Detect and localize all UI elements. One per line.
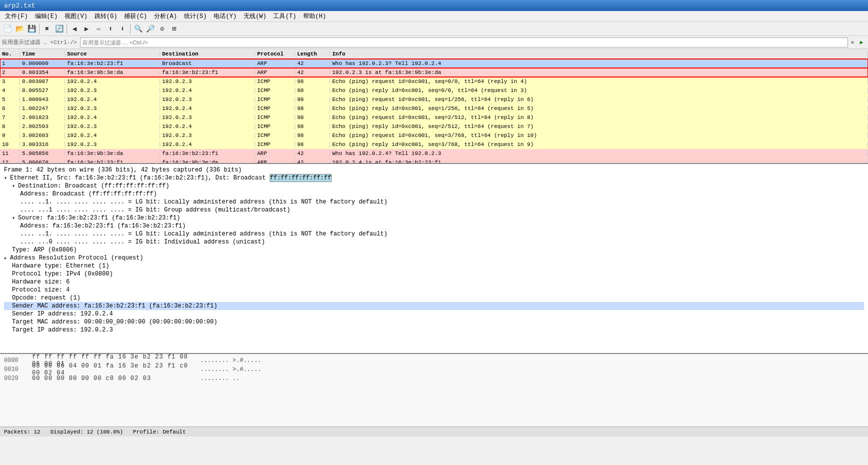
- menu-bar: 文件(F)编辑(E)视图(V)跳转(G)捕获(C)分析(A)统计(S)电话(Y)…: [0, 11, 868, 22]
- toolbar-resize[interactable]: ⊞: [169, 24, 180, 34]
- pkt-cell: 5.005856: [20, 150, 65, 156]
- toolbar-close[interactable]: ✖: [42, 24, 53, 34]
- toolbar-zoom-out[interactable]: 🔎: [145, 24, 156, 34]
- detail-line[interactable]: Ethernet II, Src: fa:16:3e:b2:23:f1 (fa:…: [4, 174, 864, 182]
- detail-line: Hardware type: Ethernet (1): [4, 262, 864, 270]
- table-row[interactable]: 51.000943192.0.2.4192.0.2.3ICMP98Echo (p…: [0, 95, 868, 104]
- detail-line: Protocol size: 4: [4, 286, 864, 294]
- menu-item[interactable]: 帮助(H): [300, 11, 329, 22]
- pkt-cell: 98: [295, 78, 330, 84]
- table-row[interactable]: 103.003316192.0.2.3192.0.2.4ICMP98Echo (…: [0, 140, 868, 149]
- toolbar-reload[interactable]: 🔄: [54, 24, 65, 34]
- hex-offset: 0010: [4, 366, 24, 373]
- menu-item[interactable]: 工具(T): [270, 11, 299, 22]
- pkt-cell: ICMP: [255, 132, 295, 138]
- pkt-info: Echo (ping) request id=0xc001, seq=2/512…: [330, 114, 868, 120]
- pkt-cell: 42: [295, 60, 330, 66]
- toolbar-save[interactable]: 💾: [26, 24, 37, 34]
- pkt-info: Who has 192.0.2.4? Tell 192.0.2.3: [330, 150, 868, 156]
- table-row[interactable]: 61.002247192.0.2.3192.0.2.4ICMP98Echo (p…: [0, 104, 868, 113]
- pkt-info: Echo (ping) request id=0xc001, seq=3/768…: [330, 132, 868, 138]
- table-row[interactable]: 30.003987192.0.2.4192.0.2.3ICMP98Echo (p…: [0, 77, 868, 86]
- menu-item[interactable]: 电话(Y): [211, 11, 240, 22]
- pkt-cell: 2.002593: [20, 124, 65, 130]
- toolbar-next[interactable]: ⬇: [117, 24, 128, 34]
- filter-input[interactable]: [80, 38, 848, 48]
- toolbar-forward[interactable]: ▶: [81, 24, 92, 34]
- pkt-cell: 192.0.2.4: [160, 88, 255, 94]
- pkt-cell: ICMP: [255, 78, 295, 84]
- toolbar-prev[interactable]: ⬆: [105, 24, 116, 34]
- pkt-cell: 0.000000: [20, 60, 65, 66]
- toolbar: 📄 📂 💾 ✖ 🔄 ◀ ▶ ⇨ ⬆ ⬇ 🔍 🔎 ⊙ ⊞: [0, 22, 868, 36]
- table-row[interactable]: 125.006678fa:16:3e:b2:23:f1fa:16:3e:9b:3…: [0, 158, 868, 164]
- toolbar-open[interactable]: 📂: [14, 24, 25, 34]
- menu-item[interactable]: 文件(F): [2, 11, 31, 22]
- toolbar-zoom-in[interactable]: 🔍: [133, 24, 144, 34]
- detail-line: .... ...1 .... .... .... .... = IG bit: …: [4, 206, 864, 214]
- pkt-cell: 6: [0, 106, 20, 112]
- menu-item[interactable]: 视图(V): [62, 11, 91, 22]
- detail-pane: Frame 1: 42 bytes on wire (336 bits), 42…: [0, 164, 868, 354]
- pkt-cell: 98: [295, 132, 330, 138]
- pkt-cell: 5: [0, 96, 20, 102]
- pkt-cell: 0.003354: [20, 70, 65, 76]
- toolbar-new[interactable]: 📄: [2, 24, 13, 34]
- pkt-cell: 11: [0, 150, 20, 156]
- pkt-cell: ARP: [255, 160, 295, 164]
- pkt-cell: 192.0.2.3: [160, 78, 255, 84]
- pkt-header-cell: Info: [330, 51, 868, 57]
- packet-rows: 10.000000fa:16:3e:b2:23:f1BroadcastARP42…: [0, 59, 868, 164]
- pkt-info: 192.0.2.4 is at fa:16:3e:b2:23:f1: [330, 160, 868, 164]
- pkt-info: Echo (ping) request id=0xc001, seq=1/256…: [330, 96, 868, 102]
- pkt-cell: fa:16:3e:9b:3e:da: [160, 160, 255, 164]
- pkt-cell: 0.005527: [20, 88, 65, 94]
- table-row[interactable]: 115.005856fa:16:3e:9b:3e:dafa:16:3e:b2:2…: [0, 149, 868, 158]
- filter-apply[interactable]: ▶: [857, 38, 866, 47]
- pkt-cell: fa:16:3e:b2:23:f1: [160, 150, 255, 156]
- detail-line: Sender MAC address: fa:16:3e:b2:23:f1 (f…: [4, 302, 864, 310]
- pkt-cell: fa:16:3e:9b:3e:da: [65, 70, 160, 76]
- menu-item[interactable]: 跳转(G): [92, 11, 121, 22]
- pkt-cell: 192.0.2.4: [65, 132, 160, 138]
- hex-pane: 0000ff ff ff ff ff ff fa 16 3e b2 23 f1 …: [0, 354, 868, 426]
- toolbar-zoom-normal[interactable]: ⊙: [157, 24, 168, 34]
- pkt-cell: 192.0.2.3: [65, 142, 160, 148]
- pkt-cell: 1: [0, 60, 20, 66]
- detail-line[interactable]: Destination: Broadcast (ff:ff:ff:ff:ff:f…: [4, 182, 864, 190]
- detail-line[interactable]: Address Resolution Protocol (request): [4, 254, 864, 262]
- pkt-cell: ICMP: [255, 142, 295, 148]
- pkt-cell: 98: [295, 114, 330, 120]
- pkt-info: Echo (ping) reply id=0xc001, seq=0/0, tt…: [330, 88, 868, 94]
- pkt-cell: ICMP: [255, 114, 295, 120]
- menu-item[interactable]: 分析(A): [151, 11, 180, 22]
- table-row[interactable]: 10.000000fa:16:3e:b2:23:f1BroadcastARP42…: [0, 59, 868, 68]
- filter-clear[interactable]: ✕: [848, 38, 857, 47]
- hex-bytes: 08 00 06 04 00 01 fa 16 3e b2 23 f1 c0 0…: [32, 362, 192, 376]
- pkt-cell: 192.0.2.3: [160, 114, 255, 120]
- detail-line: Protocol type: IPv4 (0x0800): [4, 270, 864, 278]
- pkt-cell: 3: [0, 78, 20, 84]
- toolbar-goto[interactable]: ⇨: [93, 24, 104, 34]
- detail-line: .... ..1. .... .... .... .... = LG bit: …: [4, 230, 864, 238]
- toolbar-back[interactable]: ◀: [69, 24, 80, 34]
- pkt-cell: 98: [295, 106, 330, 112]
- table-row[interactable]: 82.002593192.0.2.3192.0.2.4ICMP98Echo (p…: [0, 122, 868, 131]
- detail-line[interactable]: Source: fa:16:3e:b2:23:f1 (fa:16:3e:b2:2…: [4, 214, 864, 222]
- pkt-cell: 1.000943: [20, 96, 65, 102]
- status-displayed: Displayed: 12 (100.0%): [51, 429, 123, 435]
- pkt-cell: ICMP: [255, 106, 295, 112]
- menu-item[interactable]: 编辑(E): [32, 11, 61, 22]
- detail-line: Frame 1: 42 bytes on wire (336 bits), 42…: [4, 166, 864, 174]
- menu-item[interactable]: 无线(W): [241, 11, 270, 22]
- table-row[interactable]: 40.005527192.0.2.3192.0.2.4ICMP98Echo (p…: [0, 86, 868, 95]
- pkt-cell: 42: [295, 70, 330, 76]
- table-row[interactable]: 93.002603192.0.2.4192.0.2.3ICMP98Echo (p…: [0, 131, 868, 140]
- menu-item[interactable]: 捕获(C): [121, 11, 150, 22]
- table-row[interactable]: 20.003354fa:16:3e:9b:3e:dafa:16:3e:b2:23…: [0, 68, 868, 77]
- table-row[interactable]: 72.001823192.0.2.4192.0.2.3ICMP98Echo (p…: [0, 113, 868, 122]
- hex-bytes: 00 00 00 00 00 00 c0 00 02 03: [32, 375, 192, 382]
- pkt-cell: 192.0.2.4: [160, 124, 255, 130]
- pkt-info: 192.0.2.3 is at fa:16:3e:9b:3e:da: [330, 70, 868, 76]
- menu-item[interactable]: 统计(S): [181, 11, 210, 22]
